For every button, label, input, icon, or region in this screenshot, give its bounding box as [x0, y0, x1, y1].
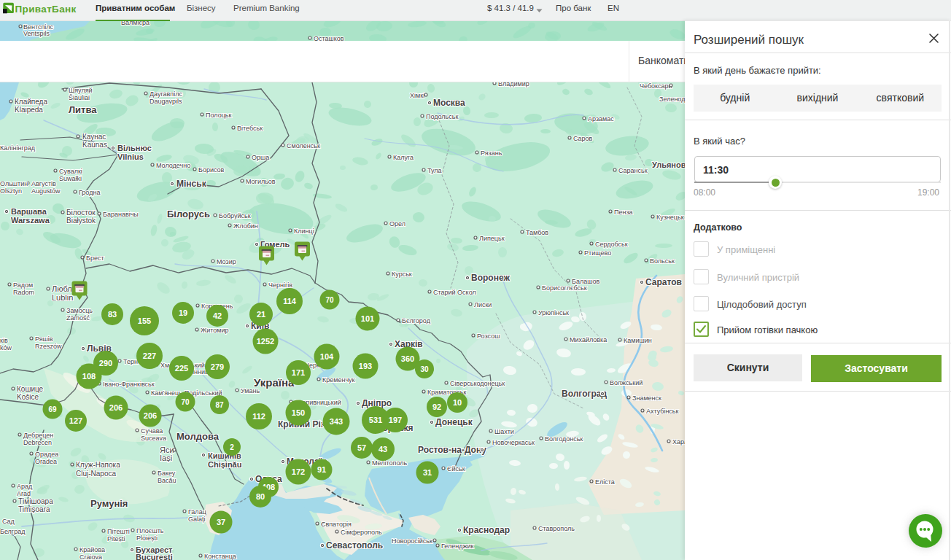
svg-text:Еліста: Еліста — [595, 478, 615, 486]
svg-text:80: 80 — [256, 492, 265, 501]
svg-text:Москва: Москва — [433, 98, 465, 108]
svg-text:206: 206 — [144, 411, 157, 420]
svg-text:Chișinău: Chișinău — [208, 460, 241, 469]
svg-text:Плоєшть: Плоєшть — [136, 527, 164, 534]
svg-text:Клинці: Клинці — [294, 228, 314, 235]
svg-text:Дебрецен: Дебрецен — [23, 432, 53, 439]
svg-text:Полоцьк: Полоцьк — [206, 112, 231, 119]
svg-text:Розсош: Розсош — [477, 332, 500, 340]
svg-text:Волжський: Волжський — [610, 379, 643, 386]
svg-text:Севастополь: Севастополь — [326, 540, 383, 551]
svg-text:92: 92 — [432, 402, 441, 411]
svg-text:Констанца: Констанца — [204, 553, 236, 560]
svg-text:Даугавпілс: Даугавпілс — [150, 90, 182, 98]
svg-text:279: 279 — [211, 362, 224, 371]
svg-text:Сувалкі: Сувалкі — [59, 168, 82, 175]
svg-text:91: 91 — [317, 465, 326, 474]
svg-text:Баранавічы: Баранавічы — [103, 211, 139, 218]
svg-text:Арад: Арад — [17, 483, 33, 490]
svg-text:Suwałki: Suwałki — [59, 175, 82, 182]
svg-text:Знаменск: Знаменск — [632, 394, 661, 402]
svg-text:225: 225 — [175, 364, 188, 373]
svg-text:Radom: Radom — [13, 289, 34, 296]
svg-text:Iași: Iași — [160, 454, 172, 462]
svg-text:Валмієра: Валмієра — [121, 20, 150, 26]
svg-text:Камишин: Камишин — [624, 337, 652, 344]
svg-text:Хімкі: Хімкі — [410, 92, 424, 99]
svg-text:Вольськ: Вольськ — [650, 257, 675, 265]
svg-text:Жлобин: Жлобин — [233, 222, 258, 230]
svg-text:Радом: Радом — [13, 281, 33, 289]
svg-text:Гродна: Гродна — [79, 189, 100, 196]
svg-text:Oradea: Oradea — [35, 458, 57, 465]
svg-text:172: 172 — [292, 467, 305, 476]
svg-text:Новочеркаськ: Новочеркаськ — [492, 439, 535, 446]
svg-text:Михайловка: Михайловка — [570, 336, 607, 343]
svg-text:Daugavpils: Daugavpils — [150, 98, 182, 105]
svg-text:1252: 1252 — [257, 337, 274, 346]
svg-text:Клайпеда: Клайпеда — [15, 98, 47, 106]
svg-text:Бєлгород: Бєлгород — [402, 317, 431, 324]
svg-text:Warszawa: Warszawa — [11, 216, 50, 225]
svg-text:197: 197 — [389, 416, 402, 424]
svg-text:Пенза: Пенза — [614, 209, 633, 216]
svg-text:Белград: Белград — [0, 528, 26, 535]
svg-text:Тамбов: Тамбов — [526, 229, 548, 236]
svg-text:83: 83 — [108, 310, 117, 319]
svg-text:Ульяновськ: Ульяновськ — [652, 160, 685, 169]
svg-text:Вільнюс: Вільнюс — [117, 144, 152, 152]
svg-text:Крайова: Крайова — [79, 546, 105, 553]
svg-text:Кременчук: Кременчук — [322, 376, 355, 384]
svg-text:108: 108 — [82, 372, 96, 381]
svg-text:Саранськ: Саранськ — [618, 167, 648, 174]
svg-text:Пітешті: Пітешті — [107, 528, 130, 535]
svg-text:70: 70 — [181, 398, 190, 406]
svg-text:Зеленодольськ: Зеленодольськ — [659, 96, 685, 103]
svg-text:Ventspils: Ventspils — [23, 30, 50, 37]
svg-text:43: 43 — [379, 445, 387, 454]
svg-text:Августів: Августів — [31, 180, 56, 187]
svg-text:127: 127 — [69, 416, 82, 425]
svg-text:Suceava: Suceava — [141, 435, 166, 442]
svg-text:Білорусь: Білорусь — [167, 209, 210, 219]
svg-text:Мінськ: Мінськ — [176, 179, 207, 189]
svg-text:Смоленськ: Смоленськ — [287, 142, 320, 149]
svg-text:Pitești: Pitești — [107, 535, 125, 542]
svg-text:155: 155 — [138, 316, 151, 325]
svg-text:Košice: Košice — [17, 393, 39, 401]
svg-text:Кузнецьк: Кузнецьк — [656, 214, 684, 221]
svg-text:Борисов: Борисов — [198, 166, 225, 174]
svg-text:Подольськ: Подольськ — [426, 113, 458, 120]
svg-text:19: 19 — [179, 308, 187, 317]
svg-text:Вітебськ: Вітебськ — [237, 125, 263, 132]
svg-text:Донецьк: Донецьк — [435, 417, 473, 427]
svg-text:Молдова: Молдова — [176, 431, 220, 442]
svg-text:101: 101 — [361, 314, 374, 323]
svg-text:Šiauliai: Šiauliai — [69, 94, 90, 101]
svg-text:Воронеж: Воронеж — [471, 273, 510, 283]
svg-text:Debrecen: Debrecen — [23, 439, 52, 446]
svg-text:ków: ków — [0, 344, 12, 351]
svg-text:Орадеа: Орадеа — [35, 451, 58, 458]
svg-text:10: 10 — [453, 398, 462, 407]
svg-text:Olsztyn: Olsztyn — [0, 187, 22, 195]
svg-text:Борисоглєбськ: Борисоглєбськ — [542, 284, 587, 292]
svg-text:31: 31 — [423, 468, 432, 477]
svg-text:69: 69 — [48, 405, 57, 413]
svg-text:Бакеу: Бакеу — [158, 470, 176, 477]
svg-text:37: 37 — [217, 518, 225, 526]
svg-text:Kaunas: Kaunas — [82, 141, 107, 149]
svg-text:Сучава: Сучава — [141, 427, 163, 435]
svg-text:193: 193 — [359, 362, 372, 370]
svg-text:206: 206 — [109, 403, 123, 412]
svg-text:112: 112 — [252, 412, 265, 421]
svg-text:360: 360 — [401, 354, 414, 363]
svg-text:Мозир: Мозир — [217, 258, 236, 265]
svg-text:Клуж-Напока: Клуж-Напока — [76, 461, 120, 469]
svg-text:21: 21 — [257, 310, 265, 319]
svg-text:Arad: Arad — [17, 490, 31, 497]
svg-text:104: 104 — [320, 352, 334, 361]
svg-text:Сімферополь: Сімферополь — [341, 529, 382, 536]
svg-text:Тімішоара: Тімішоара — [18, 497, 53, 505]
svg-text:Augustów: Augustów — [31, 187, 61, 195]
